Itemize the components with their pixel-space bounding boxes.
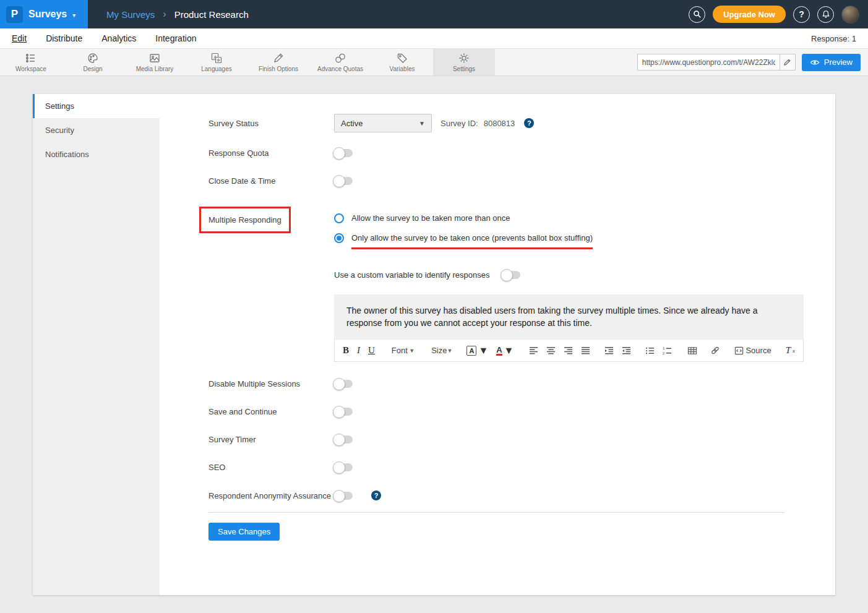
link-icon (710, 346, 720, 355)
toolbar-item-media-library[interactable]: Media Library (124, 49, 186, 75)
align-justify-icon (581, 346, 590, 355)
product-switcher[interactable]: P Surveys ▾ (0, 0, 88, 28)
increase-indent-button[interactable] (604, 346, 614, 355)
survey-status-label: Survey Status (208, 119, 334, 128)
chevron-down-icon: ▼ (447, 348, 452, 354)
decrease-indent-button[interactable] (622, 346, 631, 355)
settings-sidebar: Settings Security Notifications (33, 94, 160, 595)
search-button[interactable] (689, 6, 705, 23)
source-code-icon (734, 346, 744, 355)
response-quota-toggle[interactable] (334, 149, 353, 157)
disable-multiple-sessions-toggle[interactable] (334, 380, 353, 388)
survey-status-row: Survey Status Active ▼ Survey ID: 808081… (208, 114, 835, 132)
edit-url-button[interactable] (780, 54, 796, 71)
insert-table-button[interactable] (687, 346, 697, 355)
text-color-button[interactable]: A▼ (496, 345, 513, 356)
questionpro-logo: P (6, 6, 23, 23)
align-left-button[interactable] (529, 346, 538, 355)
sidebar-item-notifications[interactable]: Notifications (33, 142, 160, 166)
close-date-row: Close Date & Time (208, 176, 835, 186)
survey-status-select[interactable]: Active ▼ (334, 114, 432, 132)
survey-timer-toggle[interactable] (334, 435, 353, 444)
numbered-list-button[interactable]: 12 (663, 346, 672, 355)
toolbar-item-finish-options[interactable]: Finish Options (247, 49, 309, 75)
settings-form: Survey Status Active ▼ Survey ID: 808081… (160, 94, 835, 595)
insert-link-button[interactable] (710, 346, 720, 355)
italic-button[interactable]: I (357, 345, 360, 356)
sidebar-item-settings[interactable]: Settings (33, 94, 160, 118)
align-right-button[interactable] (564, 346, 573, 355)
close-date-toggle[interactable] (334, 177, 353, 185)
bullet-list-button[interactable] (645, 346, 655, 355)
align-justify-button[interactable] (581, 346, 590, 355)
chevron-down-icon: ▼ (478, 345, 488, 356)
sidebar-item-security[interactable]: Security (33, 118, 160, 142)
radio-option-multiple-times[interactable]: Allow the survey to be taken more than o… (334, 213, 593, 223)
align-center-button[interactable] (546, 346, 556, 355)
question-mark-icon: ? (799, 9, 804, 19)
response-quota-row: Response Quota (208, 148, 835, 158)
divider (208, 512, 784, 513)
font-dropdown[interactable]: Font▼ (392, 346, 415, 355)
multiple-responding-row: Multiple Responding Allow the survey to … (208, 207, 835, 249)
notifications-button[interactable] (817, 6, 834, 23)
survey-id-help-icon[interactable]: ? (524, 118, 534, 128)
survey-url-control (637, 54, 796, 71)
size-dropdown[interactable]: Size▼ (431, 346, 452, 355)
toolbar-item-languages[interactable]: A Languages (186, 49, 247, 75)
survey-url-input[interactable] (637, 54, 780, 71)
user-avatar[interactable] (841, 6, 859, 24)
background-color-button[interactable]: A▼ (466, 345, 488, 356)
anonymity-help-icon[interactable]: ? (371, 491, 381, 500)
custom-variable-toggle[interactable] (502, 271, 520, 279)
breadcrumb-my-surveys[interactable]: My Surveys (106, 9, 155, 20)
image-icon (148, 52, 161, 64)
seo-toggle[interactable] (334, 463, 353, 471)
disabled-message-box[interactable]: The owner of this survey has disabled us… (334, 294, 804, 339)
save-changes-button[interactable]: Save Changes (208, 523, 280, 541)
response-count[interactable]: Response: 1 (811, 34, 856, 43)
top-header: P Surveys ▾ My Surveys › Product Researc… (0, 0, 868, 28)
toolbar-item-design[interactable]: Design (62, 49, 124, 75)
radio-option-once-only[interactable]: Only allow the survey to be taken once (… (334, 233, 593, 249)
align-center-icon (546, 346, 556, 355)
save-and-continue-row: Save and Continue (208, 407, 835, 416)
gear-icon (458, 52, 470, 64)
settings-panel: Settings Security Notifications Survey S… (33, 94, 835, 595)
disable-multiple-sessions-row: Disable Multiple Sessions (208, 379, 835, 388)
preview-button[interactable]: Preview (802, 54, 861, 71)
numbered-list-icon: 12 (663, 346, 672, 355)
outdent-icon (622, 346, 631, 355)
product-name: Surveys (28, 9, 67, 20)
tab-edit[interactable]: Edit (12, 33, 27, 43)
toolbar-item-settings[interactable]: Settings (433, 49, 495, 75)
survey-id-label: Survey ID: (440, 119, 478, 128)
tab-distribute[interactable]: Distribute (46, 33, 82, 43)
disabled-message-text: The owner of this survey has disabled us… (346, 306, 758, 328)
toolbar-item-variables[interactable]: Variables (371, 49, 433, 75)
annotation-red-underline: Only allow the survey to be taken once (… (351, 233, 593, 249)
chevron-down-icon: ▾ (72, 12, 75, 19)
radio-button[interactable] (334, 213, 344, 223)
tab-analytics[interactable]: Analytics (101, 33, 136, 43)
bullet-list-icon (645, 346, 655, 355)
edit-toolbar: Workspace Design Media Library A Languag… (0, 48, 868, 76)
rich-text-editor-toolbar: B I U Font▼ Size▼ A▼ A▼ (334, 339, 804, 362)
breadcrumb-separator: › (163, 9, 166, 20)
help-button[interactable]: ? (793, 6, 810, 23)
table-icon (687, 346, 697, 355)
pen-icon (272, 52, 285, 64)
radio-button[interactable] (334, 233, 344, 243)
search-icon (693, 10, 702, 19)
multiple-responding-options: Allow the survey to be taken more than o… (334, 213, 593, 249)
toolbar-item-advance-quotas[interactable]: Advance Quotas (309, 49, 371, 75)
respondent-anonymity-toggle[interactable] (334, 492, 353, 500)
bold-button[interactable]: B (343, 345, 349, 356)
source-button[interactable]: Source (734, 346, 771, 355)
upgrade-now-button[interactable]: Upgrade Now (713, 6, 786, 23)
remove-format-button[interactable]: Tx (786, 345, 795, 356)
tab-integration[interactable]: Integration (155, 33, 196, 43)
save-and-continue-toggle[interactable] (334, 408, 353, 416)
toolbar-item-workspace[interactable]: Workspace (0, 49, 62, 75)
underline-button[interactable]: U (368, 345, 375, 356)
